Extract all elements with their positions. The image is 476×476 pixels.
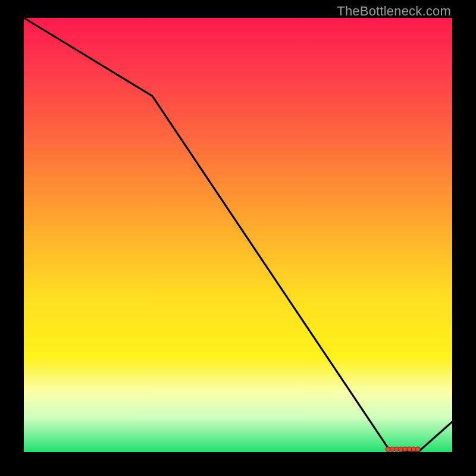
chart-stage: TheBottleneck.com <box>0 0 476 476</box>
chart-svg <box>24 18 452 452</box>
attribution-text: TheBottleneck.com <box>337 4 451 19</box>
series-curve <box>24 18 452 452</box>
plot-area <box>24 18 452 452</box>
marker-dot <box>415 447 420 452</box>
line-curve <box>24 18 452 452</box>
